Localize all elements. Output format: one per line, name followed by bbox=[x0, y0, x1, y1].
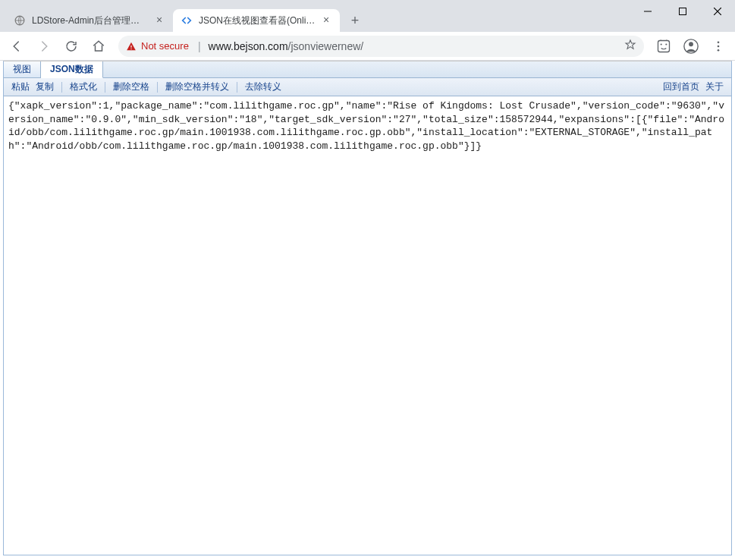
code-icon bbox=[181, 14, 193, 27]
close-window-button[interactable] bbox=[700, 0, 735, 23]
svg-rect-7 bbox=[658, 40, 670, 52]
kebab-menu-icon[interactable] bbox=[706, 34, 730, 58]
not-secure-indicator[interactable]: Not secure bbox=[126, 40, 189, 52]
tab-json-data[interactable]: JSON数据 bbox=[41, 61, 103, 78]
url-path: /jsonviewernew/ bbox=[288, 40, 364, 52]
svg-rect-2 bbox=[680, 8, 686, 15]
close-icon[interactable]: × bbox=[320, 14, 332, 27]
json-textarea[interactable]: {"xapk_version":1,"package_name":"com.li… bbox=[4, 96, 731, 555]
browser-window: LDStore-Admin后台管理系统 × JSON在线视图查看器(Online… bbox=[0, 0, 735, 560]
page-content: 视图 JSON数据 粘贴 复制 格式化 删除空格 删除空格并转义 去除转义 回到… bbox=[3, 61, 732, 555]
back-button[interactable] bbox=[5, 34, 29, 58]
svg-point-8 bbox=[661, 43, 662, 45]
browser-tab-ldstore[interactable]: LDStore-Admin后台管理系统 × bbox=[6, 9, 173, 32]
unescape-button[interactable]: 去除转义 bbox=[242, 80, 284, 93]
browser-toolbar: Not secure | www.bejson.com/jsonviewerne… bbox=[0, 32, 735, 61]
separator: | bbox=[198, 40, 201, 52]
url-host: www.bejson.com bbox=[209, 40, 288, 52]
tab-title: JSON在线视图查看器(Online JSON Viewer) bbox=[199, 14, 316, 27]
titlebar bbox=[0, 0, 735, 6]
bookmark-star-icon[interactable] bbox=[624, 39, 636, 53]
tab-title: LDStore-Admin后台管理系统 bbox=[32, 14, 149, 27]
separator bbox=[237, 82, 237, 93]
maximize-button[interactable] bbox=[665, 0, 700, 23]
globe-icon bbox=[14, 14, 26, 27]
svg-point-12 bbox=[718, 41, 720, 43]
not-secure-label: Not secure bbox=[141, 40, 189, 52]
tab-view[interactable]: 视图 bbox=[4, 61, 41, 77]
svg-point-11 bbox=[689, 42, 693, 46]
back-home-link[interactable]: 回到首页 bbox=[660, 80, 702, 93]
browser-tab-json[interactable]: JSON在线视图查看器(Online JSON Viewer) × bbox=[173, 9, 340, 32]
paste-button[interactable]: 粘贴 bbox=[8, 80, 33, 93]
svg-point-14 bbox=[718, 49, 720, 51]
remove-spaces-button[interactable]: 删除空格 bbox=[110, 80, 152, 93]
format-button[interactable]: 格式化 bbox=[67, 80, 100, 93]
minimize-button[interactable] bbox=[630, 0, 665, 23]
svg-rect-6 bbox=[130, 48, 131, 49]
reload-button[interactable] bbox=[59, 34, 83, 58]
profile-avatar-icon[interactable] bbox=[679, 34, 703, 58]
svg-point-9 bbox=[665, 43, 667, 45]
close-icon[interactable]: × bbox=[153, 14, 165, 27]
svg-point-13 bbox=[718, 45, 720, 47]
forward-button[interactable] bbox=[32, 34, 56, 58]
address-bar[interactable]: Not secure | www.bejson.com/jsonviewerne… bbox=[118, 36, 644, 57]
new-tab-button[interactable]: + bbox=[344, 10, 366, 31]
separator bbox=[61, 82, 62, 93]
copy-button[interactable]: 复制 bbox=[33, 80, 57, 93]
viewer-toolbar: 粘贴 复制 格式化 删除空格 删除空格并转义 去除转义 回到首页 关于 bbox=[4, 78, 731, 96]
remove-spaces-escape-button[interactable]: 删除空格并转义 bbox=[162, 80, 232, 93]
svg-rect-5 bbox=[130, 45, 131, 47]
viewer-tabstrip: 视图 JSON数据 bbox=[4, 61, 731, 78]
about-link[interactable]: 关于 bbox=[702, 80, 727, 93]
tab-strip: LDStore-Admin后台管理系统 × JSON在线视图查看器(Online… bbox=[0, 6, 735, 32]
window-controls bbox=[630, 0, 735, 23]
extension-icon[interactable] bbox=[652, 34, 676, 58]
warning-icon bbox=[126, 41, 137, 52]
separator bbox=[105, 82, 105, 93]
separator bbox=[157, 82, 158, 93]
home-button[interactable] bbox=[86, 34, 111, 58]
